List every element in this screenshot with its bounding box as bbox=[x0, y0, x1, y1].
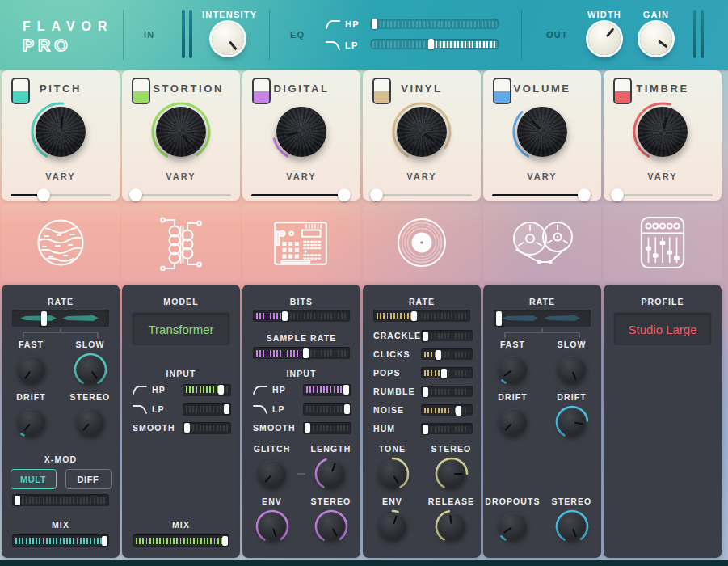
input-lp-slider[interactable] bbox=[303, 403, 351, 416]
slider-handle[interactable] bbox=[456, 406, 461, 416]
module-enable-toggle[interactable] bbox=[493, 78, 511, 104]
tone-knob[interactable] bbox=[376, 457, 410, 491]
module-enable-toggle[interactable] bbox=[613, 78, 632, 104]
rumble-slider[interactable] bbox=[421, 386, 473, 397]
eq-label: EQ bbox=[290, 30, 305, 40]
slider-handle[interactable] bbox=[15, 496, 20, 505]
slider-handle[interactable] bbox=[611, 188, 624, 201]
main-knob[interactable] bbox=[391, 101, 452, 163]
module-enable-toggle[interactable] bbox=[11, 78, 30, 104]
smooth-slider[interactable] bbox=[183, 422, 231, 434]
pops-slider[interactable] bbox=[421, 367, 473, 378]
slider-handle[interactable] bbox=[423, 332, 428, 341]
stereo-knob[interactable] bbox=[435, 457, 469, 491]
module-enable-toggle[interactable] bbox=[252, 78, 271, 104]
input-lp-slider[interactable] bbox=[183, 403, 231, 416]
slider-handle[interactable] bbox=[372, 19, 377, 29]
slider-handle[interactable] bbox=[344, 404, 350, 414]
slider-handle[interactable] bbox=[436, 350, 441, 360]
eq-hp-slider[interactable] bbox=[370, 19, 499, 29]
slider-handle[interactable] bbox=[41, 311, 47, 326]
slow-knob[interactable] bbox=[74, 353, 107, 386]
rate-slider[interactable] bbox=[12, 310, 109, 327]
xmod-diff-button[interactable]: DIFF bbox=[65, 469, 112, 489]
slider-handle[interactable] bbox=[102, 536, 107, 546]
main-knob[interactable] bbox=[150, 101, 212, 163]
toggle-on-half bbox=[374, 91, 389, 103]
slider-handle[interactable] bbox=[129, 188, 142, 201]
mix-slider[interactable] bbox=[133, 534, 229, 547]
smooth-slider[interactable] bbox=[303, 422, 351, 434]
fast-knob[interactable] bbox=[496, 353, 530, 386]
clicks-slider[interactable] bbox=[421, 348, 473, 360]
vary-slider[interactable] bbox=[372, 188, 472, 201]
drift-knob[interactable] bbox=[496, 405, 530, 439]
slider-handle[interactable] bbox=[184, 423, 190, 433]
slider-handle[interactable] bbox=[423, 424, 428, 434]
vary-slider[interactable] bbox=[251, 188, 351, 201]
env-knob[interactable] bbox=[255, 509, 289, 543]
slider-handle[interactable] bbox=[303, 348, 309, 358]
eq-lp-slider[interactable] bbox=[370, 39, 499, 49]
main-knob[interactable] bbox=[30, 101, 91, 163]
slider-handle[interactable] bbox=[282, 311, 288, 321]
intensity-knob[interactable] bbox=[212, 23, 244, 55]
input-hp-slider[interactable] bbox=[183, 384, 231, 396]
slider-handle[interactable] bbox=[428, 39, 434, 49]
model-select[interactable]: Transformer bbox=[132, 312, 230, 346]
xmod-mult-button[interactable]: MULT bbox=[11, 469, 57, 489]
slider-handle[interactable] bbox=[37, 188, 50, 201]
slider-handle[interactable] bbox=[224, 404, 229, 414]
slider-handle[interactable] bbox=[338, 188, 351, 201]
rate-slider[interactable] bbox=[494, 310, 591, 327]
hum-slider[interactable] bbox=[421, 423, 473, 434]
noise-slider[interactable] bbox=[421, 404, 473, 416]
stereo-knob[interactable] bbox=[74, 405, 107, 439]
vary-slider[interactable] bbox=[11, 188, 111, 201]
xmod-amount-slider[interactable] bbox=[12, 494, 109, 506]
release-knob[interactable] bbox=[435, 509, 469, 543]
slider-handle[interactable] bbox=[423, 387, 428, 397]
slow-label: SLOW bbox=[542, 340, 601, 349]
width-knob[interactable] bbox=[588, 23, 621, 55]
module-enable-toggle[interactable] bbox=[372, 78, 391, 104]
gain-knob[interactable] bbox=[640, 23, 672, 55]
slider-handle[interactable] bbox=[222, 536, 228, 546]
stereo-knob[interactable] bbox=[314, 509, 348, 543]
stereo-knob[interactable] bbox=[555, 509, 589, 543]
slider-handle[interactable] bbox=[218, 385, 224, 395]
intensity-label: INTENSITY bbox=[202, 10, 254, 19]
slider-handle[interactable] bbox=[578, 188, 591, 201]
slider-handle[interactable] bbox=[441, 369, 447, 378]
mix-slider[interactable] bbox=[12, 534, 109, 547]
main-knob[interactable] bbox=[632, 101, 693, 163]
drift-knob[interactable] bbox=[555, 405, 589, 439]
slider-handle[interactable] bbox=[305, 423, 310, 433]
profile-select[interactable]: Studio Large bbox=[613, 312, 712, 346]
slider-handle[interactable] bbox=[411, 311, 417, 321]
vary-slider[interactable] bbox=[131, 188, 231, 201]
bits-slider[interactable] bbox=[253, 310, 350, 322]
slider-fill bbox=[256, 350, 308, 357]
vary-slider[interactable] bbox=[492, 188, 592, 201]
main-knob[interactable] bbox=[511, 101, 573, 163]
glitch-knob[interactable] bbox=[255, 457, 289, 491]
vary-slider[interactable] bbox=[612, 188, 713, 201]
input-hp-slider[interactable] bbox=[303, 384, 351, 396]
length-knob[interactable] bbox=[314, 457, 348, 491]
crackle-slider[interactable] bbox=[421, 330, 473, 341]
dropouts-knob[interactable] bbox=[496, 509, 530, 543]
slider-track bbox=[612, 194, 713, 196]
rate-slider[interactable] bbox=[373, 310, 470, 322]
slider-handle[interactable] bbox=[496, 311, 502, 326]
main-knob[interactable] bbox=[271, 101, 332, 163]
drift-knob[interactable] bbox=[15, 405, 48, 439]
sample-rate-slider[interactable] bbox=[253, 347, 350, 359]
slider-handle[interactable] bbox=[370, 188, 383, 201]
fast-knob[interactable] bbox=[15, 353, 48, 386]
env-knob[interactable] bbox=[376, 509, 410, 543]
slider-handle[interactable] bbox=[343, 385, 349, 395]
module-enable-toggle[interactable] bbox=[132, 78, 150, 104]
slow-knob[interactable] bbox=[555, 353, 589, 386]
module-controls: PROFILE Studio Large bbox=[604, 285, 722, 558]
